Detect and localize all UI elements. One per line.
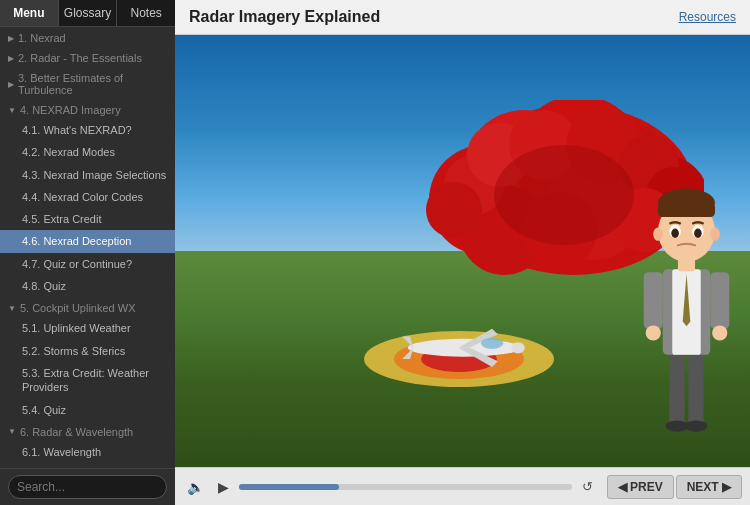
prev-button[interactable]: ◀ PREV	[607, 475, 674, 499]
svg-point-38	[712, 325, 727, 340]
svg-rect-36	[710, 272, 729, 329]
volume-button[interactable]: 🔈	[183, 477, 208, 497]
airplane-svg	[394, 323, 534, 368]
sidebar-section-6[interactable]: ▼ 6. Radar & Wavelength	[0, 421, 175, 441]
nav-item-5-3[interactable]: 5.3. Extra Credit: Weather Providers	[0, 362, 175, 399]
svg-point-48	[710, 227, 720, 240]
nav-item-5-2[interactable]: 5.2. Storms & Sferics	[0, 340, 175, 362]
collapse-icon-4: ▼	[8, 106, 16, 115]
section-1-label: 1. Nexrad	[18, 32, 66, 44]
sidebar-navigation: ▶ 1. Nexrad ▶ 2. Radar - The Essentials …	[0, 27, 175, 468]
sidebar-search-area	[0, 468, 175, 505]
progress-fill	[239, 484, 339, 490]
search-input[interactable]	[8, 475, 167, 499]
tab-glossary[interactable]: Glossary	[59, 0, 118, 26]
nav-item-4-1[interactable]: 4.1. What's NEXRAD?	[0, 119, 175, 141]
svg-rect-42	[658, 203, 715, 217]
svg-rect-29	[688, 350, 703, 426]
sidebar: Menu Glossary Notes ▶ 1. Nexrad ▶ 2. Rad…	[0, 0, 175, 505]
collapse-icon-2: ▶	[8, 54, 14, 63]
content-area: Radar Imagery Explained Resources	[175, 0, 750, 505]
svg-point-12	[426, 182, 482, 238]
progress-bar[interactable]	[239, 484, 572, 490]
svg-point-37	[645, 325, 660, 340]
section-4-label: 4. NEXRAD Imagery	[20, 104, 121, 116]
section-5-label: 5. Cockpit Uplinked WX	[20, 302, 136, 314]
collapse-icon-3: ▶	[8, 80, 14, 89]
navigation-buttons: ◀ PREV NEXT ▶	[607, 475, 742, 499]
page-title: Radar Imagery Explained	[189, 8, 380, 26]
svg-point-47	[653, 227, 663, 240]
content-header: Radar Imagery Explained Resources	[175, 0, 750, 35]
svg-point-27	[480, 338, 503, 349]
svg-rect-28	[669, 350, 684, 426]
sidebar-section-5[interactable]: ▼ 5. Cockpit Uplinked WX	[0, 297, 175, 317]
character	[639, 100, 739, 467]
main-area: Menu Glossary Notes ▶ 1. Nexrad ▶ 2. Rad…	[0, 0, 750, 505]
nav-item-4-7[interactable]: 4.7. Quiz or Continue?	[0, 253, 175, 275]
nav-item-5-4[interactable]: 5.4. Quiz	[0, 399, 175, 421]
collapse-icon-5: ▼	[8, 304, 16, 313]
nav-item-4-4[interactable]: 4.4. Nexrad Color Codes	[0, 186, 175, 208]
section-6-label: 6. Radar & Wavelength	[20, 426, 133, 438]
video-placeholder	[175, 35, 750, 467]
sidebar-section-2[interactable]: ▶ 2. Radar - The Essentials	[0, 47, 175, 67]
svg-rect-35	[643, 272, 662, 329]
nav-item-6-1[interactable]: 6.1. Wavelength	[0, 441, 175, 463]
sidebar-section-3[interactable]: ▶ 3. Better Estimates of Turbulence	[0, 67, 175, 99]
nav-item-4-8[interactable]: 4.8. Quiz	[0, 275, 175, 297]
svg-marker-24	[402, 336, 413, 347]
sidebar-tabs: Menu Glossary Notes	[0, 0, 175, 27]
svg-point-26	[511, 342, 525, 353]
airplane	[394, 323, 534, 372]
nav-item-4-3[interactable]: 4.3. Nexrad Image Selections	[0, 164, 175, 186]
play-button[interactable]: ▶	[214, 477, 233, 497]
next-button[interactable]: NEXT ▶	[676, 475, 742, 499]
svg-point-31	[684, 420, 707, 431]
collapse-icon-1: ▶	[8, 34, 14, 43]
svg-point-45	[671, 228, 679, 238]
tab-menu[interactable]: Menu	[0, 0, 59, 26]
nav-item-4-6[interactable]: 4.6. Nexrad Deception	[0, 230, 175, 252]
nav-item-4-2[interactable]: 4.2. Nexrad Modes	[0, 141, 175, 163]
video-area	[175, 35, 750, 467]
svg-marker-25	[402, 348, 413, 359]
section-2-label: 2. Radar - The Essentials	[18, 52, 142, 64]
svg-point-46	[694, 228, 702, 238]
section-3-label: 3. Better Estimates of Turbulence	[18, 72, 167, 96]
tab-notes[interactable]: Notes	[117, 0, 175, 26]
nav-item-5-1[interactable]: 5.1. Uplinked Weather	[0, 317, 175, 339]
sidebar-section-1[interactable]: ▶ 1. Nexrad	[0, 27, 175, 47]
resources-button[interactable]: Resources	[679, 10, 736, 24]
bottom-controls-bar: 🔈 ▶ ↺ ◀ PREV NEXT ▶	[175, 467, 750, 505]
app-container: Menu Glossary Notes ▶ 1. Nexrad ▶ 2. Rad…	[0, 0, 750, 505]
svg-point-20	[494, 145, 634, 245]
reload-button[interactable]: ↺	[578, 477, 597, 496]
collapse-icon-6: ▼	[8, 427, 16, 436]
nav-item-4-5[interactable]: 4.5. Extra Credit	[0, 208, 175, 230]
character-svg	[639, 100, 734, 467]
sidebar-section-4[interactable]: ▼ 4. NEXRAD Imagery	[0, 99, 175, 119]
